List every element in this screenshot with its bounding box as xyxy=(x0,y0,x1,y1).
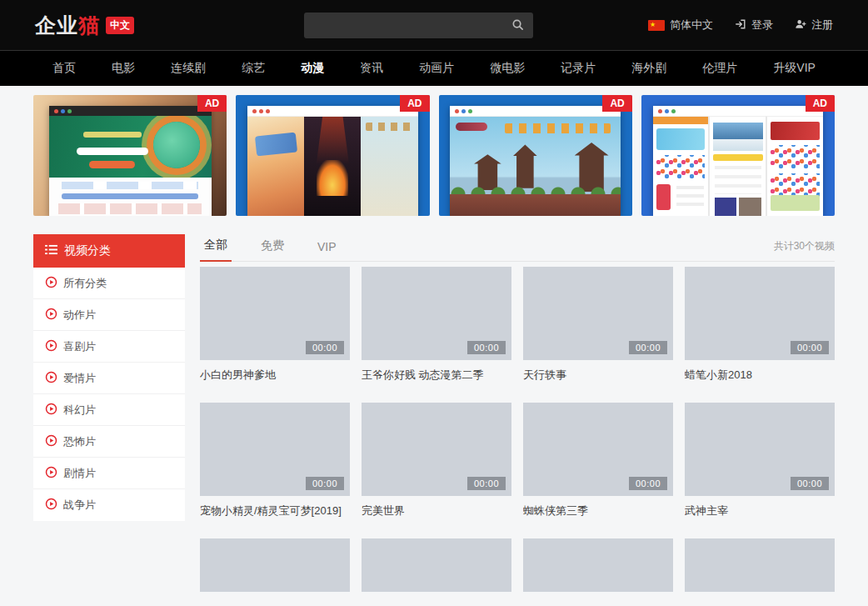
duration-badge: 00:00 xyxy=(791,341,829,354)
search-input[interactable] xyxy=(304,19,501,32)
ad-banner-1[interactable]: AD xyxy=(33,95,227,216)
video-card[interactable]: 00:00 小白的男神爹地 xyxy=(200,267,350,383)
tab-vip[interactable]: VIP xyxy=(313,240,341,261)
video-card[interactable]: 00:00 王爷你好贱 动态漫第二季 xyxy=(362,267,511,383)
nav-item-series[interactable]: 连续剧 xyxy=(171,61,206,76)
video-card[interactable]: 00:00 完美世界 xyxy=(362,403,511,518)
sidebar-item-drama[interactable]: 剧情片 xyxy=(33,458,185,489)
video-title[interactable]: 武神主宰 xyxy=(685,503,835,518)
logo-text: 企业 xyxy=(35,12,78,39)
video-title[interactable]: 小白的男神爹地 xyxy=(200,368,350,383)
sidebar-item-label: 战争片 xyxy=(63,498,96,513)
video-title[interactable]: 蜡笔小新2018 xyxy=(685,368,835,383)
nav-item-microfilm[interactable]: 微电影 xyxy=(490,61,525,76)
window-dot xyxy=(266,109,270,113)
ad-badge: AD xyxy=(806,95,835,112)
decor xyxy=(715,198,737,216)
video-thumbnail-partial[interactable] xyxy=(685,538,835,592)
nav-item-documentary[interactable]: 记录片 xyxy=(561,61,596,76)
video-thumbnail: 00:00 xyxy=(200,267,350,360)
add-user-icon xyxy=(795,18,806,33)
video-thumbnail: 00:00 xyxy=(200,403,350,496)
video-card[interactable]: 00:00 蜘蛛侠第三季 xyxy=(523,403,673,518)
sidebar-item-label: 剧情片 xyxy=(63,466,96,481)
nav-item-overseas[interactable]: 海外剧 xyxy=(631,61,666,76)
video-count: 共计30个视频 xyxy=(774,239,835,261)
temple-art xyxy=(513,144,537,188)
china-flag-icon: ★ xyxy=(648,20,665,31)
ad-badge: AD xyxy=(400,95,429,112)
decor xyxy=(656,184,671,210)
play-circle-icon xyxy=(45,403,57,418)
login-link[interactable]: 登录 xyxy=(735,18,773,33)
nav-item-cartoon[interactable]: 动画片 xyxy=(419,61,454,76)
duration-badge: 00:00 xyxy=(629,341,667,354)
sidebar-item-label: 科幻片 xyxy=(63,403,96,418)
sidebar-item-comedy[interactable]: 喜剧片 xyxy=(33,331,185,363)
decor xyxy=(713,123,763,151)
video-card[interactable]: 00:00 天行轶事 xyxy=(523,267,673,383)
sidebar-title: 视频分类 xyxy=(64,243,111,258)
sidebar-item-label: 所有分类 xyxy=(63,276,107,291)
top-bar: 企业猫 中文 ★ 简体中文 登录 xyxy=(0,0,868,51)
app-screenshot xyxy=(767,117,823,216)
browser-window-mock xyxy=(49,106,212,216)
nav-item-movies[interactable]: 电影 xyxy=(112,61,135,76)
video-card[interactable]: 00:00 蜡笔小新2018 xyxy=(685,267,835,383)
sidebar-header: 视频分类 xyxy=(33,234,185,268)
decor xyxy=(676,186,704,208)
browser-window-mock xyxy=(653,106,823,216)
nav-item-anime[interactable]: 动漫 xyxy=(301,61,324,76)
video-title[interactable]: 天行轶事 xyxy=(523,368,673,383)
nav-item-news[interactable]: 资讯 xyxy=(360,61,383,76)
ad-banner-3[interactable]: AD xyxy=(439,95,632,216)
play-circle-icon xyxy=(45,276,57,291)
decor-body xyxy=(49,178,212,216)
sidebar-item-war[interactable]: 战争片 xyxy=(33,489,185,521)
ad-banner-4[interactable]: AD xyxy=(641,95,835,216)
decor xyxy=(771,195,820,211)
decor xyxy=(450,194,620,216)
language-switch[interactable]: ★ 简体中文 xyxy=(648,18,713,33)
play-circle-icon xyxy=(45,434,57,449)
video-card[interactable]: 00:00 武神主宰 xyxy=(685,403,835,518)
login-label: 登录 xyxy=(751,18,773,33)
window-dot xyxy=(461,109,466,113)
site-logo[interactable]: 企业猫 中文 xyxy=(35,12,134,39)
video-title[interactable]: 王爷你好贱 动态漫第二季 xyxy=(362,368,511,383)
sidebar-item-action[interactable]: 动作片 xyxy=(33,299,185,331)
window-dot xyxy=(67,109,72,113)
search-button[interactable] xyxy=(501,13,533,38)
video-title[interactable]: 宠物小精灵/精灵宝可梦[2019] xyxy=(200,503,350,518)
nav-item-upgrade-vip[interactable]: 升级VIP xyxy=(773,61,816,76)
video-card[interactable]: 00:00 宠物小精灵/精灵宝可梦[2019] xyxy=(200,403,350,518)
nav-item-ethics[interactable]: 伦理片 xyxy=(702,61,737,76)
sidebar-item-all[interactable]: 所有分类 xyxy=(33,268,185,299)
sidebar-item-scifi[interactable]: 科幻片 xyxy=(33,394,185,426)
decor xyxy=(653,117,709,124)
nav-item-variety[interactable]: 综艺 xyxy=(242,61,265,76)
browser-window-mock xyxy=(450,106,620,216)
sidebar-item-horror[interactable]: 恐怖片 xyxy=(33,426,185,458)
language-label: 简体中文 xyxy=(670,18,713,33)
decor xyxy=(77,148,148,155)
play-circle-icon xyxy=(45,466,57,481)
tab-free[interactable]: 免费 xyxy=(257,238,288,261)
register-link[interactable]: 注册 xyxy=(795,18,833,33)
user-links: ★ 简体中文 登录 注册 xyxy=(648,18,833,33)
ad-banner-2[interactable]: AD xyxy=(236,95,429,216)
tab-all[interactable]: 全部 xyxy=(200,238,232,262)
decor xyxy=(771,145,820,168)
sidebar-item-romance[interactable]: 爱情片 xyxy=(33,363,185,394)
window-dot xyxy=(259,109,263,113)
video-grid: 00:00 小白的男神爹地 00:00 王爷你好贱 动态漫第二季 00:00 天… xyxy=(200,267,835,592)
sidebar-item-label: 喜剧片 xyxy=(63,339,96,354)
video-title[interactable]: 蜘蛛侠第三季 xyxy=(523,503,673,518)
nav-item-home[interactable]: 首页 xyxy=(52,61,76,76)
register-label: 注册 xyxy=(811,18,833,33)
video-title[interactable]: 完美世界 xyxy=(362,503,511,518)
video-thumbnail-partial[interactable] xyxy=(200,538,350,592)
decor xyxy=(715,166,761,194)
video-thumbnail-partial[interactable] xyxy=(362,538,511,592)
video-thumbnail-partial[interactable] xyxy=(523,538,673,592)
